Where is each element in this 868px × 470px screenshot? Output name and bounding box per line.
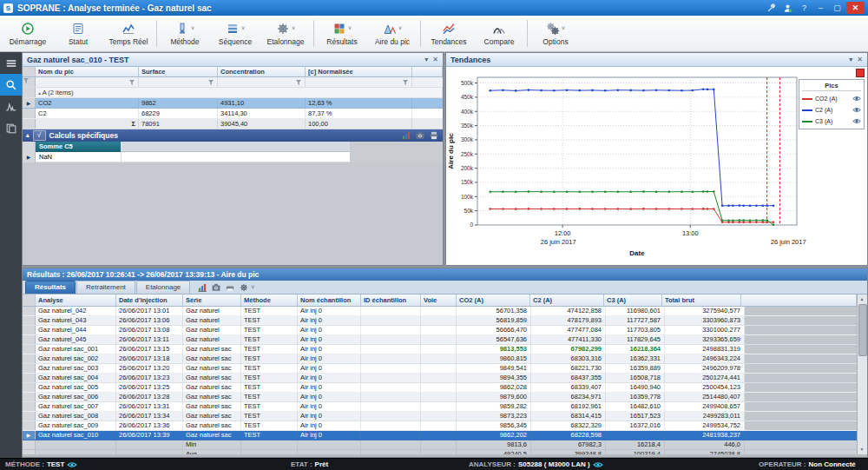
table-row[interactable]: Gaz naturel sac_00926/06/2017 13:36Gaz n… — [23, 421, 857, 431]
row-selector[interactable] — [23, 307, 36, 315]
column-header[interactable]: Méthode — [241, 295, 298, 306]
legend-item[interactable]: C3 (A) — [802, 116, 861, 127]
row-selector[interactable] — [23, 364, 36, 373]
filter-cell[interactable] — [218, 77, 306, 87]
table-row[interactable]: Gaz naturel sac_00726/06/2017 13:31Gaz n… — [23, 402, 857, 412]
table-row[interactable]: Gaz naturel_04526/06/2017 13:11Gaz natur… — [23, 335, 857, 345]
column-header[interactable]: C3 (A) — [604, 295, 662, 306]
ribbon-button-demarrage[interactable]: Démarrage — [3, 17, 53, 50]
row-selector[interactable] — [23, 109, 36, 118]
wrench-icon[interactable] — [764, 2, 779, 14]
table-row[interactable]: Gaz naturel sac_00526/06/2017 13:25Gaz n… — [23, 383, 857, 393]
table-row[interactable]: Gaz naturel sac_00626/06/2017 13:28Gaz n… — [23, 393, 857, 402]
column-header[interactable]: [c] Normalisée — [306, 67, 412, 76]
row-selector[interactable] — [23, 374, 36, 382]
row-selector[interactable] — [23, 402, 36, 411]
chevron-down-icon[interactable]: ˅ — [398, 25, 402, 32]
column-header[interactable]: Nom du pic — [36, 67, 139, 76]
panel-menu-icon[interactable]: ▾ — [849, 56, 852, 63]
sidebar-item-menu[interactable] — [0, 52, 22, 74]
horizontal-scrollbar[interactable] — [23, 454, 867, 457]
close-icon[interactable]: ✕ — [857, 56, 863, 63]
row-selector[interactable]: ▶ — [23, 98, 36, 108]
table-row[interactable]: Gaz naturel sac_00126/06/2017 13:15Gaz n… — [23, 345, 857, 354]
ribbon-button-methode[interactable]: ˅Méthode — [160, 17, 210, 50]
row-selector[interactable] — [23, 383, 36, 392]
row-selector[interactable] — [23, 316, 36, 325]
column-header[interactable]: Date d'injection — [116, 295, 183, 306]
ribbon-button-tendances[interactable]: Tendances — [424, 17, 474, 50]
column-header[interactable]: ID échantillon — [361, 295, 421, 306]
chevron-down-icon[interactable]: ˅ — [348, 25, 352, 32]
chevron-down-icon[interactable]: ˅ — [241, 25, 245, 32]
printer-icon[interactable] — [429, 130, 439, 141]
column-header[interactable]: Surface — [139, 67, 218, 76]
column-header[interactable]: C2 (A) — [530, 295, 604, 306]
close-button[interactable]: ✕ — [846, 2, 865, 14]
row-selector[interactable] — [23, 335, 36, 344]
user-icon[interactable] — [780, 2, 795, 14]
sidebar-item-analysis[interactable] — [0, 74, 22, 96]
group-label[interactable]: ▴ A (2 items) — [36, 88, 443, 97]
legend-item[interactable]: CO2 (A) — [802, 93, 861, 104]
filter-icon[interactable] — [23, 77, 36, 87]
chevron-down-icon[interactable]: ˅ — [562, 25, 565, 32]
printer-icon[interactable] — [225, 282, 235, 293]
table-row[interactable]: Gaz naturel_04326/06/2017 13:06Gaz natur… — [23, 316, 857, 326]
column-header[interactable]: Nom échantillon — [298, 295, 361, 306]
row-selector[interactable]: ▶ — [23, 152, 36, 162]
camera-icon[interactable] — [415, 130, 425, 141]
peak-row[interactable]: C26822934114,3087,37 % — [23, 109, 443, 119]
row-selector[interactable] — [23, 326, 36, 334]
ribbon-button-options[interactable]: ˅Options — [530, 17, 581, 50]
row-selector[interactable] — [23, 354, 36, 363]
tab-retraitement[interactable]: Retraitement — [76, 281, 135, 294]
table-row[interactable]: ▶Gaz naturel sac_01026/06/2017 13:39Gaz … — [23, 431, 857, 440]
table-row[interactable]: Gaz naturel_04226/06/2017 13:01Gaz natur… — [23, 307, 857, 316]
ribbon-button-resultats[interactable]: ˅Résultats — [317, 17, 367, 50]
settings-gear-icon[interactable]: ˅ — [239, 282, 254, 293]
eye-icon[interactable] — [593, 461, 603, 468]
column-header[interactable]: Série — [183, 295, 241, 306]
ribbon-button-temps-reel[interactable]: Temps Réel — [103, 17, 154, 50]
eye-icon[interactable] — [852, 107, 861, 113]
peak-row[interactable]: ▶CO298624931,1012,63 % — [23, 98, 443, 109]
row-selector[interactable]: ▶ — [23, 431, 36, 440]
row-selector[interactable] — [23, 345, 36, 354]
column-header[interactable]: CO2 (A) — [457, 295, 530, 306]
group-row[interactable]: ▴ A (2 items) — [23, 88, 443, 98]
scroll-up-icon[interactable]: ▲ — [858, 295, 866, 303]
table-row[interactable]: Gaz naturel sac_00226/06/2017 13:18Gaz n… — [23, 354, 857, 364]
row-selector[interactable] — [23, 412, 36, 420]
maximize-button[interactable]: ▢ — [830, 2, 845, 14]
record-stop-icon[interactable] — [856, 69, 865, 77]
help-icon[interactable]: ? — [797, 2, 812, 14]
ribbon-button-statut[interactable]: Statut — [53, 17, 103, 50]
row-selector[interactable] — [23, 393, 36, 401]
collapse-icon[interactable]: ▴ — [26, 132, 30, 139]
eye-icon[interactable] — [852, 96, 861, 102]
ribbon-button-compare[interactable]: Compare — [474, 17, 524, 50]
tab-etalonnage[interactable]: Etalonnage — [136, 281, 190, 294]
chart-icon[interactable] — [401, 130, 411, 141]
column-header[interactable]: Voie — [421, 295, 457, 306]
scrollbar-thumb[interactable] — [858, 304, 867, 356]
column-header[interactable]: Total brut — [662, 295, 741, 306]
scroll-down-icon[interactable]: ▼ — [858, 446, 866, 453]
sidebar-item-library[interactable] — [0, 117, 22, 139]
calc-column-header[interactable]: Somme C5 — [36, 142, 121, 152]
panel-menu-icon[interactable]: ▾ — [424, 56, 428, 63]
column-header[interactable]: Analyse — [36, 295, 116, 306]
ribbon-button-sequence[interactable]: ˅Séquence — [210, 17, 260, 50]
table-row[interactable]: Gaz naturel_04426/06/2017 13:08Gaz natur… — [23, 326, 857, 335]
close-icon[interactable]: ✕ — [432, 56, 438, 63]
chevron-down-icon[interactable]: ˅ — [292, 25, 295, 32]
table-row[interactable]: Gaz naturel sac_00826/06/2017 13:34Gaz n… — [23, 412, 857, 421]
legend-item[interactable]: C2 (A) — [802, 104, 861, 116]
filter-cell[interactable] — [306, 77, 412, 87]
tab-resultats[interactable]: Résultats — [25, 281, 76, 294]
filter-cell[interactable] — [139, 77, 218, 87]
calc-row[interactable]: ▶NaN — [23, 152, 350, 162]
eye-icon[interactable] — [67, 461, 77, 468]
sidebar-item-signal[interactable] — [0, 96, 22, 117]
